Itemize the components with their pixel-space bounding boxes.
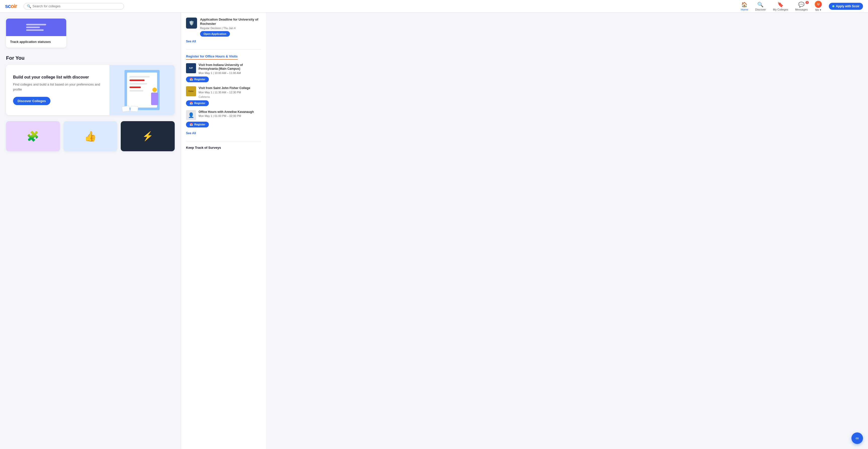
visit-item-office-hours: 👤 Office Hours with Annelise Kavanaugh M… — [186, 110, 261, 127]
oh-title: Office Hours with Annelise Kavanaugh — [198, 110, 254, 114]
sjf-logo: Fisher — [186, 86, 196, 96]
nav-label-my-colleges: My Colleges — [773, 8, 788, 11]
search-bar[interactable]: 🔍 — [24, 3, 124, 9]
illus-line-1 — [26, 24, 46, 25]
office-hours-logo: 👤 — [186, 110, 196, 120]
office-hours-title: Register for Office Hours & Visits — [186, 55, 238, 60]
visit-header-oh: 👤 Office Hours with Annelise Kavanaugh M… — [186, 110, 261, 120]
discover-icon: 🔍 — [757, 1, 764, 7]
surveys-section: Keep Track of Surveys — [186, 146, 261, 150]
track-card-illustration — [26, 24, 46, 31]
illus-line-2 — [26, 27, 40, 28]
for-you-title: For You — [6, 55, 175, 61]
help-icon: ∞ — [856, 436, 859, 441]
navbar: scoir 🔍 🏠 Home 🔍 Discover 🔖 My Colleges … — [0, 0, 868, 12]
illus-cards — [122, 106, 138, 111]
right-panel: 🛡️ Application Deadline for University o… — [181, 12, 266, 449]
deadline-card: 🛡️ Application Deadline for University o… — [186, 18, 261, 37]
divider-1 — [186, 49, 261, 50]
lightning-emoji: ⚡ — [142, 131, 153, 141]
bottom-card-lightning[interactable]: ⚡ — [121, 121, 175, 151]
nav-items: 🏠 Home 🔍 Discover 🔖 My Colleges 💬 2 Mess… — [738, 0, 825, 12]
register-sjf-icon: 📅 — [189, 102, 193, 105]
search-input[interactable] — [33, 4, 121, 8]
deadline-subtitle: Regular Decision | Thu Jan 4 — [200, 27, 261, 30]
illus-line-3 — [26, 29, 44, 31]
my-colleges-icon: 🔖 — [777, 1, 784, 7]
nav-label-me: Me ▾ — [815, 8, 821, 11]
deadline-title: Application Deadline for University of R… — [200, 18, 261, 26]
nav-item-messages[interactable]: 💬 2 Messages — [792, 0, 811, 12]
bottom-card-puzzle[interactable]: 🧩 — [6, 121, 60, 151]
nav-label-home: Home — [741, 8, 748, 11]
iup-visit-datetime: Mon May 1 | 10:00 AM – 11:00 AM — [198, 71, 261, 74]
office-hours-section: Register for Office Hours & Visits IUP V… — [186, 54, 261, 135]
visit-header-sjf: Fisher Visit from Saint John Fisher Coll… — [186, 86, 261, 99]
open-application-button[interactable]: Open Application — [200, 31, 230, 37]
rochester-logo: 🛡️ — [186, 18, 197, 29]
register-oh-icon: 📅 — [189, 123, 193, 126]
sjf-visit-location: Cafeteria — [198, 95, 210, 98]
track-application-card[interactable]: Track application statuses — [6, 19, 66, 47]
discover-card-illustration — [110, 65, 175, 115]
register-iup-button[interactable]: 📅 Register — [186, 76, 209, 82]
bottom-card-thumbs[interactable]: 👍 — [63, 121, 118, 151]
main-content: Track application statuses For You Build… — [0, 12, 181, 449]
illustration — [117, 67, 167, 113]
nav-label-discover: Discover — [755, 8, 766, 11]
register-oh-label: Register — [194, 123, 205, 126]
visit-item-sjf: Fisher Visit from Saint John Fisher Coll… — [186, 86, 261, 106]
apply-with-scoir-button[interactable]: Apply with Scoir — [829, 3, 863, 10]
discover-card-left: Build out your college list with discove… — [6, 65, 110, 115]
apply-btn-label: Apply with Scoir — [836, 4, 860, 8]
see-all-visits-link[interactable]: See All — [186, 131, 261, 135]
nav-item-discover[interactable]: 🔍 Discover — [752, 0, 769, 12]
visit-info-oh: Office Hours with Annelise Kavanaugh Mon… — [198, 110, 254, 118]
apply-dot — [832, 5, 834, 7]
bottom-cards-row: 🧩 👍 ⚡ — [6, 121, 175, 151]
help-button[interactable]: ∞ — [851, 432, 863, 444]
visit-info-sjf: Visit from Saint John Fisher College Mon… — [198, 86, 250, 99]
iup-logo: IUP — [186, 63, 196, 73]
nav-item-me[interactable]: U Me ▾ — [812, 0, 825, 12]
messages-badge: 2 — [806, 1, 809, 4]
discover-colleges-button[interactable]: Discover Colleges — [13, 97, 51, 105]
track-card-text: Track application statuses — [10, 40, 62, 44]
nav-item-home[interactable]: 🏠 Home — [738, 0, 751, 12]
discover-card-description: Find colleges and build a list based on … — [13, 82, 102, 92]
sjf-visit-datetime: Mon May 1 | 11:30 AM – 12:30 PM — [198, 91, 250, 94]
visit-header-iup: IUP Visit from Indiana University of Pen… — [186, 63, 261, 75]
register-oh-button[interactable]: 📅 Register — [186, 122, 209, 127]
puzzle-emoji: 🧩 — [6, 121, 60, 151]
register-sjf-button[interactable]: 📅 Register — [186, 100, 209, 106]
sjf-visit-title: Visit from Saint John Fisher College — [198, 86, 250, 90]
nav-label-messages: Messages — [795, 8, 808, 11]
home-icon: 🏠 — [741, 1, 747, 7]
track-card-body: Track application statuses — [6, 36, 66, 47]
deadline-section: 🛡️ Application Deadline for University o… — [186, 18, 261, 43]
deadline-info: Application Deadline for University of R… — [200, 18, 261, 37]
discover-colleges-card: Build out your college list with discove… — [6, 65, 175, 115]
oh-datetime: Mon May 1 | 01:00 PM – 02:00 PM — [198, 115, 254, 118]
discover-card-heading: Build out your college list with discove… — [13, 75, 102, 79]
register-icon: 📅 — [189, 78, 193, 81]
visit-item-iup: IUP Visit from Indiana University of Pen… — [186, 63, 261, 82]
thumbs-emoji: 👍 — [63, 121, 118, 151]
messages-icon: 💬 — [798, 1, 805, 7]
register-iup-label: Register — [194, 78, 205, 81]
iup-visit-title: Visit from Indiana University of Pennsyl… — [198, 63, 261, 71]
logo[interactable]: scoir — [5, 3, 17, 9]
avatar: U — [815, 1, 822, 8]
register-sjf-label: Register — [194, 102, 205, 105]
see-all-deadlines-link[interactable]: See All — [186, 40, 261, 43]
track-card-header — [6, 19, 66, 36]
nav-item-my-colleges[interactable]: 🔖 My Colleges — [770, 0, 791, 12]
search-icon: 🔍 — [27, 4, 31, 8]
visit-info-iup: Visit from Indiana University of Pennsyl… — [198, 63, 261, 75]
page-layout: Track application statuses For You Build… — [0, 12, 868, 449]
surveys-title: Keep Track of Surveys — [186, 146, 261, 150]
illus-figure — [150, 88, 160, 110]
